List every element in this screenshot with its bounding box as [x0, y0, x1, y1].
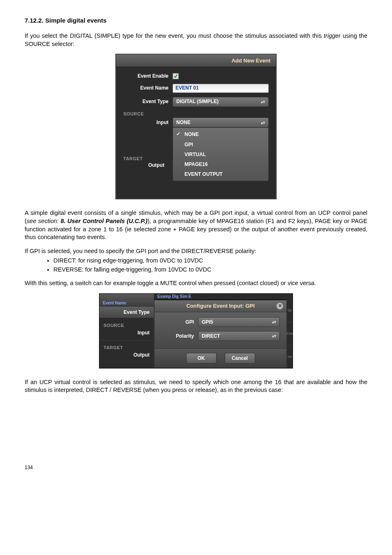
panel-title: Add New Event	[116, 54, 276, 67]
edge-cell: us	[287, 345, 293, 368]
list-item: DIRECT: for rising edge-triggering, from…	[53, 257, 367, 265]
gpi-value: GPI5	[202, 319, 213, 325]
polarity-select[interactable]: DIRECT ▴▾	[198, 331, 280, 341]
dropdown-option-mpage16[interactable]: MPAGE16	[173, 159, 268, 169]
dropdown-option-event-output[interactable]: EVENT OUTPUT	[173, 169, 268, 179]
close-icon[interactable]: ✕	[277, 303, 283, 309]
input-label-left: Input	[104, 329, 150, 336]
event-type-label-left: Event Type	[99, 306, 154, 318]
edge-cell: Fire	[287, 322, 293, 345]
chevron-updown-icon: ▴▾	[272, 319, 276, 325]
text: If you select the DIGITAL (SIMPLE) type …	[25, 32, 324, 39]
left-column: Event Name Event Type SOURCE Input TARGE…	[99, 294, 154, 368]
chevron-updown-icon: ▴▾	[261, 120, 265, 126]
polarity-list: DIRECT: for rising edge-triggering, from…	[25, 257, 367, 274]
check-icon	[173, 74, 178, 78]
input-dropdown-list: NONE GPI VIRTUAL MPAGE16 EVENT OUTPUT	[173, 127, 269, 181]
output-label-left: Output	[104, 352, 150, 358]
source-header: SOURCE	[123, 111, 269, 118]
switch-paragraph: With this setting, a switch can for exam…	[25, 279, 367, 288]
dropdown-option-virtual[interactable]: VIRTUAL	[173, 150, 268, 159]
edge-column: IS Fire us	[286, 299, 293, 368]
intro-paragraph: If you select the DIGITAL (SIMPLE) type …	[25, 32, 367, 48]
section-heading: 7.12.2. Simple digital events	[25, 16, 367, 25]
list-item: REVERSE: for falling edge-triggering, fr…	[53, 266, 367, 274]
target-header-left: TARGET	[104, 345, 150, 351]
target-header: TARGET	[123, 156, 168, 162]
input-label: Input	[123, 119, 173, 126]
input-value: NONE	[176, 119, 191, 126]
event-name-label: Event Name	[123, 85, 173, 91]
ok-button[interactable]: OK	[186, 353, 217, 364]
input-select[interactable]: NONE ▴▾	[173, 117, 269, 127]
polarity-intro: If GPI is selected, you need to specify …	[25, 247, 367, 256]
polarity-value: DIRECT	[202, 333, 220, 339]
description-paragraph: A simple digital event consists of a sin…	[25, 209, 367, 241]
see-section: see section:	[27, 218, 61, 224]
dropdown-option-none[interactable]: NONE	[173, 129, 268, 139]
event-enable-checkbox[interactable]	[173, 73, 179, 79]
event-name-input[interactable]: EVENT 01	[173, 84, 269, 93]
page-number: 134	[25, 464, 367, 471]
breadcrumb-right: Examp Dig Sim E	[154, 294, 293, 300]
event-type-value: DIGITAL (SIMPLE)	[176, 98, 219, 105]
chevron-updown-icon: ▴▾	[261, 99, 265, 105]
output-label: Output	[123, 162, 168, 168]
cancel-button[interactable]: Cancel	[225, 353, 255, 364]
ucp-paragraph: If an UCP virtual control is selected as…	[25, 378, 367, 394]
configure-dialog: Configure Event Input: GPI ✕ GPI GPI5 ▴▾…	[154, 300, 287, 368]
dropdown-option-gpi[interactable]: GPI	[173, 140, 268, 150]
edge-cell: IS	[287, 299, 293, 322]
dialog-title: Configure Event Input: GPI	[186, 302, 254, 310]
source-header-left: SOURCE	[104, 322, 150, 329]
chevron-updown-icon: ▴▾	[272, 333, 276, 339]
gpi-select[interactable]: GPI5 ▴▾	[198, 317, 280, 327]
event-type-select[interactable]: DIGITAL (SIMPLE) ▴▾	[173, 97, 269, 107]
polarity-label: Polarity	[161, 333, 198, 339]
event-enable-label: Event Enable	[123, 73, 173, 79]
event-name-crumb: Event Name	[103, 300, 126, 306]
event-type-label: Event Type	[123, 98, 173, 105]
gpi-label: GPI	[161, 319, 198, 325]
trigger-word: trigger	[324, 32, 341, 39]
add-new-event-panel: Add New Event Event Enable Event Name EV…	[115, 54, 277, 199]
ucp-reference: 8. User Control Panels (U.C.P.)	[60, 218, 148, 224]
configure-gpi-panel: Event Name Event Type SOURCE Input TARGE…	[99, 293, 293, 368]
